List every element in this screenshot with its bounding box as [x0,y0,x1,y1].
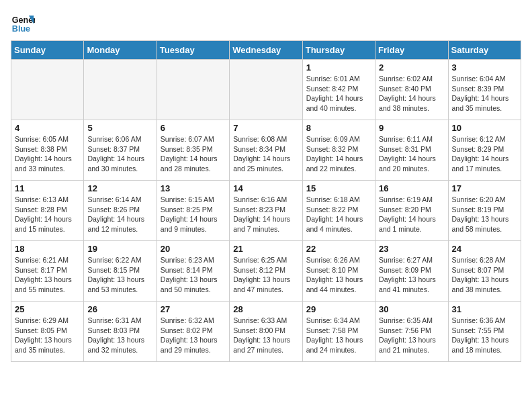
day-info: Sunrise: 6:31 AMSunset: 8:03 PMDaylight:… [87,316,152,355]
calendar-cell: 4Sunrise: 6:05 AMSunset: 8:38 PMDaylight… [11,120,84,181]
day-number: 27 [161,304,226,314]
day-info: Sunrise: 6:22 AMSunset: 8:15 PMDaylight:… [87,255,152,295]
day-number: 13 [161,183,226,193]
day-number: 1 [306,62,371,73]
calendar-cell [11,60,84,120]
calendar-cell: 22Sunrise: 6:26 AMSunset: 8:10 PMDayligh… [302,241,375,302]
day-number: 16 [379,183,444,193]
day-number: 10 [452,123,517,133]
day-info: Sunrise: 6:32 AMSunset: 8:02 PMDaylight:… [161,316,226,355]
day-info: Sunrise: 6:33 AMSunset: 8:00 PMDaylight:… [233,316,298,355]
calendar-cell: 1Sunrise: 6:01 AMSunset: 8:42 PMDaylight… [302,60,375,120]
calendar-cell: 20Sunrise: 6:23 AMSunset: 8:14 PMDayligh… [157,241,229,302]
calendar-cell: 2Sunrise: 6:02 AMSunset: 8:40 PMDaylight… [375,60,448,120]
day-number: 15 [306,183,371,193]
day-number: 19 [87,244,152,254]
day-info: Sunrise: 6:27 AMSunset: 8:09 PMDaylight:… [379,255,444,295]
day-info: Sunrise: 6:18 AMSunset: 8:22 PMDaylight:… [306,195,371,234]
calendar-cell: 23Sunrise: 6:27 AMSunset: 8:09 PMDayligh… [375,241,448,302]
day-info: Sunrise: 6:02 AMSunset: 8:40 PMDaylight:… [379,74,444,113]
day-number: 29 [306,304,371,314]
day-number: 8 [306,123,371,133]
day-number: 26 [87,304,152,314]
calendar-cell: 11Sunrise: 6:13 AMSunset: 8:28 PMDayligh… [11,181,84,241]
weekday-header-sunday: Sunday [11,41,84,60]
calendar-cell: 31Sunrise: 6:36 AMSunset: 7:55 PMDayligh… [448,302,521,362]
day-info: Sunrise: 6:29 AMSunset: 8:05 PMDaylight:… [15,316,80,355]
day-info: Sunrise: 6:26 AMSunset: 8:10 PMDaylight:… [306,255,371,295]
calendar-table: SundayMondayTuesdayWednesdayThursdayFrid… [11,40,521,362]
logo-icon: General Blue [11,11,35,35]
calendar-cell: 21Sunrise: 6:25 AMSunset: 8:12 PMDayligh… [230,241,302,302]
calendar-cell: 17Sunrise: 6:20 AMSunset: 8:19 PMDayligh… [448,181,521,241]
calendar-cell: 25Sunrise: 6:29 AMSunset: 8:05 PMDayligh… [11,302,84,362]
day-info: Sunrise: 6:16 AMSunset: 8:23 PMDaylight:… [233,195,298,234]
calendar-cell: 12Sunrise: 6:14 AMSunset: 8:26 PMDayligh… [84,181,157,241]
weekday-header-thursday: Thursday [302,41,375,60]
calendar-cell: 7Sunrise: 6:08 AMSunset: 8:34 PMDaylight… [230,120,302,181]
weekday-header-monday: Monday [84,41,157,60]
calendar-cell: 13Sunrise: 6:15 AMSunset: 8:25 PMDayligh… [157,181,229,241]
day-info: Sunrise: 6:23 AMSunset: 8:14 PMDaylight:… [161,255,226,295]
logo: General Blue [11,11,35,35]
day-number: 4 [15,123,80,133]
day-info: Sunrise: 6:35 AMSunset: 7:56 PMDaylight:… [379,316,444,355]
day-number: 9 [379,123,444,133]
calendar-cell: 28Sunrise: 6:33 AMSunset: 8:00 PMDayligh… [230,302,302,362]
day-info: Sunrise: 6:13 AMSunset: 8:28 PMDaylight:… [15,195,80,234]
day-info: Sunrise: 6:06 AMSunset: 8:37 PMDaylight:… [87,134,152,174]
day-number: 28 [233,304,298,314]
weekday-header-wednesday: Wednesday [230,41,302,60]
day-info: Sunrise: 6:12 AMSunset: 8:29 PMDaylight:… [452,134,517,174]
day-number: 5 [87,123,152,133]
calendar-cell: 6Sunrise: 6:07 AMSunset: 8:35 PMDaylight… [157,120,229,181]
calendar-cell [157,60,229,120]
day-info: Sunrise: 6:34 AMSunset: 7:58 PMDaylight:… [306,316,371,355]
calendar-cell: 30Sunrise: 6:35 AMSunset: 7:56 PMDayligh… [375,302,448,362]
day-number: 31 [452,304,517,314]
weekday-header-tuesday: Tuesday [157,41,229,60]
day-number: 30 [379,304,444,314]
day-number: 17 [452,183,517,193]
day-number: 25 [15,304,80,314]
day-info: Sunrise: 6:15 AMSunset: 8:25 PMDaylight:… [161,195,226,234]
day-number: 24 [452,244,517,254]
weekday-header-friday: Friday [375,41,448,60]
day-info: Sunrise: 6:19 AMSunset: 8:20 PMDaylight:… [379,195,444,234]
day-number: 7 [233,123,298,133]
day-info: Sunrise: 6:07 AMSunset: 8:35 PMDaylight:… [161,134,226,174]
day-number: 2 [379,62,444,73]
day-info: Sunrise: 6:09 AMSunset: 8:32 PMDaylight:… [306,134,371,174]
day-info: Sunrise: 6:36 AMSunset: 7:55 PMDaylight:… [452,316,517,355]
svg-text:Blue: Blue [12,24,30,34]
calendar-cell [230,60,302,120]
day-number: 21 [233,244,298,254]
day-number: 23 [379,244,444,254]
calendar-cell: 5Sunrise: 6:06 AMSunset: 8:37 PMDaylight… [84,120,157,181]
calendar-cell: 15Sunrise: 6:18 AMSunset: 8:22 PMDayligh… [302,181,375,241]
calendar-cell: 18Sunrise: 6:21 AMSunset: 8:17 PMDayligh… [11,241,84,302]
day-number: 6 [161,123,226,133]
day-info: Sunrise: 6:11 AMSunset: 8:31 PMDaylight:… [379,134,444,174]
calendar-cell [84,60,157,120]
calendar-cell: 16Sunrise: 6:19 AMSunset: 8:20 PMDayligh… [375,181,448,241]
calendar-cell: 9Sunrise: 6:11 AMSunset: 8:31 PMDaylight… [375,120,448,181]
day-number: 20 [161,244,226,254]
day-info: Sunrise: 6:05 AMSunset: 8:38 PMDaylight:… [15,134,80,174]
day-number: 12 [87,183,152,193]
day-info: Sunrise: 6:04 AMSunset: 8:39 PMDaylight:… [452,74,517,113]
day-number: 18 [15,244,80,254]
day-number: 22 [306,244,371,254]
day-info: Sunrise: 6:21 AMSunset: 8:17 PMDaylight:… [15,255,80,295]
calendar-cell: 27Sunrise: 6:32 AMSunset: 8:02 PMDayligh… [157,302,229,362]
calendar-cell: 26Sunrise: 6:31 AMSunset: 8:03 PMDayligh… [84,302,157,362]
day-info: Sunrise: 6:25 AMSunset: 8:12 PMDaylight:… [233,255,298,295]
calendar-cell: 24Sunrise: 6:28 AMSunset: 8:07 PMDayligh… [448,241,521,302]
day-number: 14 [233,183,298,193]
calendar-cell: 14Sunrise: 6:16 AMSunset: 8:23 PMDayligh… [230,181,302,241]
calendar-cell: 3Sunrise: 6:04 AMSunset: 8:39 PMDaylight… [448,60,521,120]
day-info: Sunrise: 6:28 AMSunset: 8:07 PMDaylight:… [452,255,517,295]
calendar-cell: 8Sunrise: 6:09 AMSunset: 8:32 PMDaylight… [302,120,375,181]
day-info: Sunrise: 6:14 AMSunset: 8:26 PMDaylight:… [87,195,152,234]
day-info: Sunrise: 6:01 AMSunset: 8:42 PMDaylight:… [306,74,371,113]
